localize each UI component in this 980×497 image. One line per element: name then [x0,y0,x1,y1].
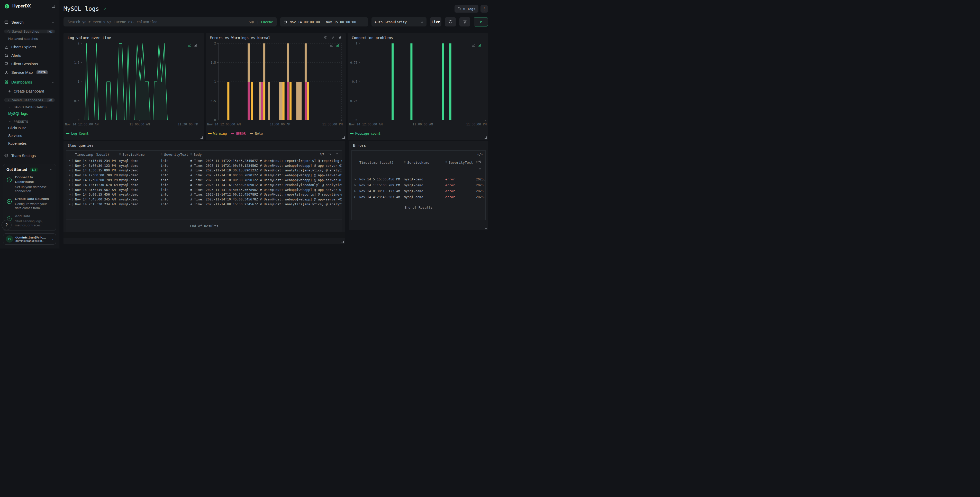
sidebar-item-chart-explorer[interactable]: Chart Explorer [0,43,59,51]
resize-handle[interactable] [485,227,487,229]
table-row[interactable]: >Nov 14 6:00:15.456 AMmysql-demoinfo# Ti… [66,192,342,197]
edit-chart-icon[interactable] [331,36,335,40]
body-value: # Time: 2025-11-14T18:00:00.789012Z # Us… [190,178,342,182]
saved-dashboards-header[interactable]: SAVED DASHBOARDS [0,103,59,110]
expand-row-icon[interactable]: > [69,173,71,177]
table-row[interactable]: >Nov 14 12:00:00.789 PMmysql-demoinfo# T… [66,178,342,183]
create-dashboard-button[interactable]: Create Dashboard [0,87,59,95]
sidebar-item-team-settings[interactable]: Team Settings [0,151,59,160]
duplicate-chart-icon[interactable] [324,36,328,40]
legend-item[interactable]: ERROR [231,132,246,135]
sidebar-collapse-icon[interactable] [51,4,56,8]
sidebar-item-search[interactable]: Search [0,18,59,27]
expand-row-icon[interactable]: > [69,193,71,196]
tags-button[interactable]: 0 Tags [455,5,479,13]
sidebar-item-service-map[interactable]: Service Map BETA [0,68,59,76]
table-row[interactable]: >Nov 14 12:00:00.789 PMmysql-demoinfo# T… [66,173,342,178]
edit-title-icon[interactable] [103,7,107,11]
expand-row-icon[interactable]: > [69,188,71,191]
refresh-button[interactable] [445,17,456,27]
table-row[interactable]: >Nov 14 1:15:00.789 PMmysql-demoerror202… [352,182,485,188]
avatar: D [6,235,13,243]
chevron-up-icon[interactable] [49,168,53,171]
saved-dashboards-input[interactable]: Saved Dashboards ⌘K [4,98,55,102]
legend-item[interactable]: Message count [350,132,380,135]
resize-handle[interactable] [341,241,344,243]
live-button[interactable]: Live [430,17,441,27]
expand-row-icon[interactable]: > [354,189,356,193]
expand-row-icon[interactable]: > [69,203,71,206]
delete-chart-icon[interactable] [338,36,342,40]
column-header-timestamp[interactable]: Timestamp (Local) [360,160,404,165]
expand-row-icon[interactable]: > [354,184,356,187]
line-chart-toggle[interactable] [471,43,475,47]
expand-row-icon[interactable]: > [69,164,71,167]
sql-toggle[interactable]: SQL [249,20,255,24]
column-header-timestamp[interactable]: Timestamp (Local) [75,152,119,157]
bar-chart-toggle[interactable] [194,43,198,47]
more-options-button[interactable]: ⋮ [480,5,488,13]
table-row[interactable]: >Nov 14 3:00:30.123 PMmysql-demoinfo# Ti… [66,163,342,168]
wrap-lines-icon[interactable] [328,152,332,156]
help-button[interactable]: ? [2,220,11,230]
user-account-button[interactable]: D dominic.tran@clic... dominic.tran@clic… [3,233,56,245]
search-input[interactable] [67,19,246,24]
column-header-servicename[interactable]: ⠿ServiceName [119,152,161,157]
table-row[interactable]: >Nov 14 4:15:45.234 PMmysql-demoinfo# Ti… [66,158,342,163]
get-started-step[interactable]: Add Data Start sending logs, metrics, or… [6,214,53,227]
presets-header[interactable]: PRESETS [0,118,59,124]
timestamp-value: Nov 14 4:45:00.345 AM [75,197,119,201]
saved-searches-input[interactable]: Saved Searches ⌘K [4,30,55,33]
line-chart-toggle[interactable] [188,43,191,47]
sidebar-item-mysql-logs[interactable]: MySQL logs [0,110,59,118]
column-header-severitytext[interactable]: ⠿SeverityText [445,160,476,165]
legend-item[interactable]: Log Count [66,132,89,135]
legend-item[interactable]: Note [250,132,263,135]
table-row[interactable]: >Nov 14 5:15:30.456 PMmysql-demoerror202… [352,176,485,182]
get-started-step[interactable]: Connect to ClickHouse Set up your databa… [6,175,53,193]
sidebar-item-services[interactable]: Services [0,132,59,140]
table-row[interactable]: >Nov 14 1:30:15.890 PMmysql-demoinfo# Ti… [66,168,342,173]
wrap-lines-icon[interactable] [478,160,482,164]
view-source-icon[interactable]: </> [320,152,325,156]
legend-item[interactable]: Warning [208,132,227,135]
column-header-body[interactable]: ⠿Body [190,152,342,157]
expand-row-icon[interactable]: > [354,195,356,198]
date-range-picker[interactable]: Nov 14 00:00:00 - Nov 15 00:00:00 [280,17,368,27]
svg-text:0: 0 [356,118,357,122]
sidebar-item-clickhouse[interactable]: ClickHouse [0,124,59,132]
table-row[interactable]: >Nov 14 2:15:30.234 AMmysql-demoinfo# Ti… [66,202,342,206]
sidebar-item-kubernetes[interactable]: Kubernetes [0,140,59,147]
table-row[interactable]: >Nov 14 4:23:45.567 AMmysql-demoerror202… [352,194,485,200]
download-icon[interactable] [478,167,482,171]
resize-handle[interactable] [485,137,487,139]
sidebar-item-dashboards[interactable]: Dashboards [0,78,59,87]
table-row[interactable]: >Nov 14 8:30:45.567 AMmysql-demoinfo# Ti… [66,187,342,192]
filter-button[interactable] [460,17,470,27]
view-source-icon[interactable]: </> [477,152,482,156]
download-icon[interactable] [335,152,339,156]
table-row[interactable]: >Nov 14 4:45:00.345 AMmysql-demoinfo# Ti… [66,197,342,202]
bar-chart-toggle[interactable] [336,43,340,47]
bar-chart-toggle[interactable] [478,43,482,47]
expand-row-icon[interactable]: > [69,198,71,201]
expand-row-icon[interactable]: > [69,183,71,187]
column-header-severitytext[interactable]: ⠿SeverityText [161,152,190,157]
lucene-toggle[interactable]: Lucene [261,20,273,24]
horizontal-scrollbar[interactable] [64,232,345,238]
expand-row-icon[interactable]: > [69,159,71,162]
run-query-button[interactable] [474,17,488,27]
table-row[interactable]: >Nov 14 10:15:30.678 AMmysql-demoinfo# T… [66,183,342,187]
line-chart-toggle[interactable] [329,43,333,47]
column-header-servicename[interactable]: ⠿ServiceName [404,160,445,165]
granularity-select[interactable]: Auto Granularity [371,17,426,27]
sidebar-item-alerts[interactable]: Alerts [0,51,59,60]
get-started-step[interactable]: Create Data Sources Configure where your… [6,197,53,210]
expand-row-icon[interactable]: > [354,178,356,181]
resize-handle[interactable] [342,137,345,139]
resize-handle[interactable] [200,137,203,139]
expand-row-icon[interactable]: > [69,168,71,172]
table-row[interactable]: >Nov 14 8:30:15.123 AMmysql-demoerror202… [352,188,485,194]
expand-row-icon[interactable]: > [69,178,71,182]
sidebar-item-client-sessions[interactable]: Client Sessions [0,60,59,68]
